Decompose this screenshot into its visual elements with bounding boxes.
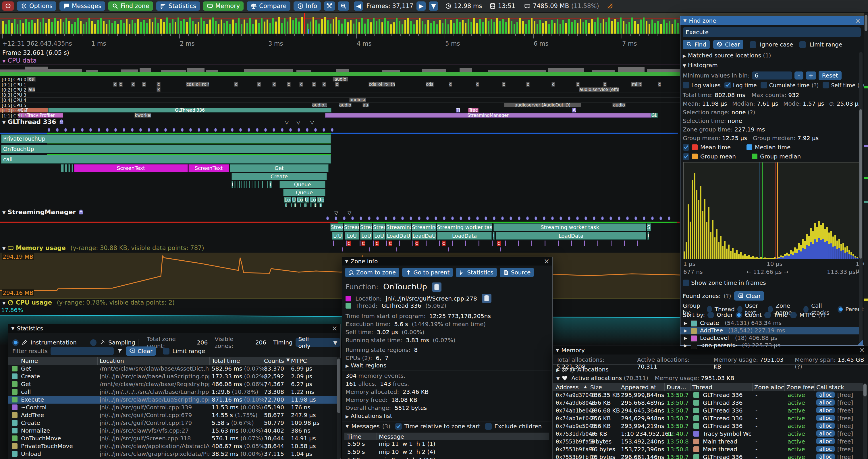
zone[interactable] bbox=[239, 181, 240, 188]
cpu-zone[interactable]: c bbox=[552, 82, 555, 87]
zone[interactable] bbox=[249, 181, 250, 188]
allocation-row[interactable]: 0x7553b9fa9016 bytes153,722,396ns13:50.8… bbox=[553, 446, 863, 453]
time-relative-checkbox[interactable] bbox=[395, 423, 402, 430]
help-icon[interactable]: (?) bbox=[818, 312, 826, 318]
frame-bar[interactable] bbox=[344, 19, 346, 34]
frame-bar[interactable] bbox=[120, 20, 122, 34]
frame-bar[interactable] bbox=[68, 21, 70, 34]
alloc-callstack-button[interactable]: alloc bbox=[816, 415, 835, 421]
cpu-zone[interactable]: cds_ bbox=[426, 82, 434, 87]
table-row[interactable]: calljni/../jni/../../../src/claw/base/Lu… bbox=[8, 388, 337, 396]
frame-bar[interactable] bbox=[381, 22, 383, 34]
go-to-parent-button[interactable]: Go to parent bbox=[402, 268, 453, 277]
found-zone-row[interactable]: ▶AddTree(18,542) 227.19 ms bbox=[680, 327, 859, 334]
zone[interactable] bbox=[65, 164, 67, 172]
frame-bar[interactable] bbox=[614, 19, 616, 34]
found-zone-row[interactable]: ▶Create(54,131) 643.34 ms bbox=[680, 320, 859, 327]
zone[interactable] bbox=[258, 181, 259, 188]
frame-bar[interactable] bbox=[473, 18, 475, 34]
frame-bar[interactable] bbox=[640, 20, 642, 34]
frame-bar[interactable] bbox=[330, 24, 332, 34]
zone[interactable]: | bbox=[294, 203, 297, 207]
cpu-zone[interactable]: mi_t bbox=[631, 82, 642, 87]
frame-bar[interactable] bbox=[436, 24, 438, 34]
allocation-row[interactable]: 0x74ab9e5040256 KB293,994,219ns13:50.7GL… bbox=[553, 422, 863, 430]
frame-bar[interactable] bbox=[560, 24, 561, 34]
frame-bar[interactable] bbox=[536, 24, 538, 34]
zone[interactable]: Strea bbox=[373, 223, 385, 231]
frame-bar[interactable] bbox=[163, 22, 165, 34]
frame-bar[interactable] bbox=[628, 22, 630, 34]
table-row[interactable]: Createjni/../jni/src/claw/base/LuaScript… bbox=[8, 372, 337, 380]
table-row[interactable]: Unloadjni/../jni/src/claw/graphics/pixel… bbox=[8, 450, 337, 458]
frame-bar[interactable] bbox=[97, 20, 99, 34]
statistics-table-header[interactable]: NameLocationTotal timeCounts ▼MTPC bbox=[8, 357, 337, 365]
frame-bar[interactable] bbox=[48, 19, 50, 34]
frame-bar[interactable] bbox=[580, 19, 581, 34]
frame-bar[interactable] bbox=[355, 19, 357, 34]
zone[interactable]: E bbox=[231, 181, 233, 188]
frame-bar[interactable] bbox=[289, 17, 291, 34]
zone[interactable]: Queue bbox=[283, 189, 326, 196]
frame-bar[interactable] bbox=[611, 21, 613, 34]
table-row[interactable]: PrivateTouchMovejni/../jni/src/claw/appl… bbox=[8, 442, 337, 450]
allocation-row[interactable]: 0x74a9d37040186.35 KB295,999,844ns13:50.… bbox=[553, 391, 863, 399]
find-zone-query-input[interactable] bbox=[683, 27, 861, 37]
frame-bar[interactable] bbox=[649, 24, 650, 34]
frame-bar[interactable] bbox=[131, 20, 133, 34]
frame-bar[interactable] bbox=[235, 23, 237, 34]
frame-bar[interactable] bbox=[206, 24, 208, 34]
zoom-tool-button[interactable] bbox=[338, 1, 349, 11]
frame-bar[interactable] bbox=[453, 23, 455, 34]
frame-bar[interactable] bbox=[160, 19, 162, 34]
frame-bar[interactable] bbox=[620, 18, 622, 34]
frame-bar[interactable] bbox=[470, 22, 472, 34]
cpu-zone[interactable]: c bbox=[448, 82, 452, 87]
frame-bar[interactable] bbox=[396, 18, 398, 34]
frame-bar[interactable] bbox=[525, 24, 527, 34]
frame-bar[interactable] bbox=[402, 24, 403, 34]
frame-bar[interactable] bbox=[427, 20, 429, 34]
frame-bar[interactable] bbox=[74, 22, 76, 34]
frame-bar[interactable] bbox=[232, 20, 234, 34]
frame-bar[interactable] bbox=[442, 23, 443, 34]
frame-bar[interactable] bbox=[528, 20, 530, 34]
frame-bar[interactable] bbox=[172, 19, 174, 34]
zone[interactable]: Lo bbox=[310, 197, 316, 203]
min-bin-increase-button[interactable]: + bbox=[806, 71, 816, 79]
alloc-callstack-button[interactable]: alloc bbox=[816, 446, 835, 452]
zone[interactable]: U bbox=[647, 232, 649, 240]
frame-bar[interactable] bbox=[626, 24, 627, 34]
frame-bar[interactable] bbox=[651, 20, 653, 34]
find-button[interactable]: Find bbox=[683, 40, 710, 49]
frame-bar[interactable] bbox=[333, 19, 334, 34]
frame-bar[interactable] bbox=[574, 20, 576, 34]
frame-bar[interactable] bbox=[430, 23, 432, 34]
frame-bar[interactable] bbox=[126, 19, 127, 34]
log-time-checkbox[interactable] bbox=[724, 82, 731, 89]
zone[interactable]: LoU bbox=[345, 232, 359, 240]
cpu-core-row[interactable]: Tracy Profilerkworker/StreamingManagerGL… bbox=[0, 113, 680, 118]
frame-bar[interactable] bbox=[197, 22, 199, 34]
frame-bar[interactable] bbox=[103, 21, 104, 34]
frame-bar[interactable] bbox=[410, 21, 412, 34]
zone[interactable]: ( bbox=[285, 203, 287, 207]
source-button[interactable]: Source bbox=[500, 268, 534, 277]
zone[interactable]: Strean bbox=[330, 223, 343, 231]
close-icon[interactable]: × bbox=[544, 258, 550, 265]
allocations-list-row[interactable]: ▶ Allocations list bbox=[345, 413, 392, 419]
found-zone-row[interactable]: ▶LoadLevel(18) 406.88 µs bbox=[680, 334, 859, 342]
limit-range-checkbox[interactable] bbox=[799, 41, 806, 48]
frame-bar[interactable] bbox=[22, 23, 24, 34]
cpu-zone[interactable]: c bbox=[257, 82, 261, 87]
cpu-zone[interactable]: Ti bbox=[456, 108, 460, 112]
frame-bar[interactable] bbox=[244, 20, 245, 34]
frame-bar[interactable] bbox=[114, 21, 116, 34]
frame-bar[interactable] bbox=[238, 19, 240, 34]
frame-bar[interactable] bbox=[373, 18, 375, 34]
frame-bar[interactable] bbox=[315, 21, 317, 34]
frame-bar[interactable] bbox=[218, 24, 219, 34]
alloc-callstack-button[interactable]: alloc bbox=[816, 392, 835, 398]
main-scrollbar[interactable] bbox=[864, 13, 868, 346]
frame-bar[interactable] bbox=[134, 23, 136, 34]
